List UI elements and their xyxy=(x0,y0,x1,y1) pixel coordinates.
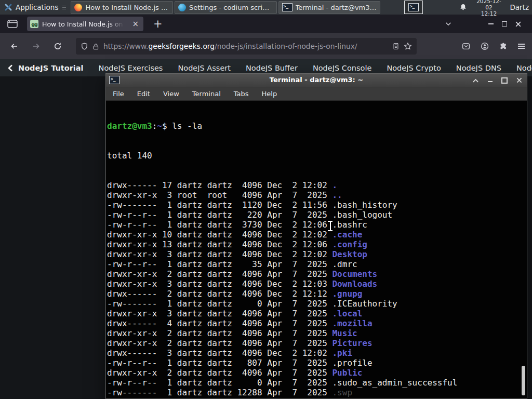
hamburger-menu-icon[interactable] xyxy=(518,44,525,49)
terminal-shade-button[interactable] xyxy=(472,77,479,84)
url-text[interactable]: https://www.geeksforgeeks.org/node-js/in… xyxy=(103,42,388,50)
terminal-output-line: drwx------ 17 dartz dartz 4096 Dec 2 12:… xyxy=(107,180,457,190)
site-nav-link[interactable]: NodeJS Assert xyxy=(178,64,231,72)
typed-command: ls -la xyxy=(172,121,202,131)
window-minimize-button[interactable] xyxy=(484,18,498,30)
directory-name: Pictures xyxy=(332,338,372,348)
directory-name: Downloads xyxy=(332,279,377,289)
window-maximize-button[interactable] xyxy=(498,18,511,30)
url-bar[interactable]: https://www.geeksforgeeks.org/node-js/in… xyxy=(76,38,417,55)
terminal-menu-view[interactable]: View xyxy=(163,90,179,98)
url-path: /node-js/installation-of-node-js-on-linu… xyxy=(215,42,357,50)
terminal-total-line: total 140 xyxy=(107,151,457,161)
account-icon[interactable] xyxy=(481,42,489,50)
back-button[interactable] xyxy=(6,38,22,54)
terminal-menu-edit[interactable]: Edit xyxy=(137,90,150,98)
site-nav-link[interactable]: NodeJS Tutorial xyxy=(18,64,84,72)
terminal-title-bar[interactable]: >_ Terminal - dartz@vm3: ~ xyxy=(106,74,527,87)
terminal-output-line: -rw------- 1 dartz dartz 0 Apr 7 2025 .I… xyxy=(107,299,457,309)
forward-arrow-icon xyxy=(32,42,41,50)
terminal-output-line: -rw-r--r-- 1 dartz dartz 0 Apr 7 2025 .s… xyxy=(107,378,457,388)
terminal-maximize-button[interactable] xyxy=(501,77,508,84)
directory-name: .gnupg xyxy=(332,289,362,299)
extensions-puzzle-icon[interactable] xyxy=(499,42,508,50)
terminal-menu-bar: FileEditViewTerminalTabsHelp xyxy=(106,87,527,101)
directory-name: . xyxy=(332,180,337,190)
firefox-view-icon xyxy=(7,19,18,29)
panel-handle xyxy=(62,6,66,9)
taskbar: Applications How to Install Node.js o...… xyxy=(0,0,532,15)
file-name: .sudo_as_admin_successful xyxy=(332,378,457,388)
site-nav-link[interactable]: Node xyxy=(516,64,532,72)
directory-name: .cache xyxy=(332,230,362,240)
terminal-menu-tabs[interactable]: Tabs xyxy=(234,90,249,98)
applications-menu-button[interactable]: Applications xyxy=(0,0,69,15)
maximize-icon xyxy=(502,21,507,26)
site-nav-link[interactable]: NodeJS DNS xyxy=(456,64,501,72)
site-nav-link[interactable]: NodeJS Exercises xyxy=(99,64,163,72)
terminal-output-line: -rw------- 1 dartz dartz 12288 Apr 7 202… xyxy=(107,388,457,397)
terminal-output-line: drwxr-xr-x 2 dartz dartz 4096 Apr 7 2025… xyxy=(107,328,457,338)
terminal-close-button[interactable] xyxy=(515,77,523,84)
directory-name: .mozilla xyxy=(332,318,372,328)
applications-label: Applications xyxy=(16,3,58,11)
terminal-scrollbar-thumb[interactable] xyxy=(522,366,525,395)
user-menu[interactable]: Dartz xyxy=(510,3,529,11)
bookmark-star-icon[interactable] xyxy=(404,42,412,50)
clock[interactable]: 2025-12-02 12:12 xyxy=(474,0,504,17)
tray-terminal-icon[interactable]: >_ xyxy=(404,1,423,14)
site-nav-link[interactable]: NodeJS Buffer xyxy=(246,64,298,72)
pocket-icon[interactable] xyxy=(462,42,470,50)
forward-button[interactable] xyxy=(28,38,44,54)
taskbar-window-codium[interactable]: Settings - codium script... xyxy=(175,1,277,14)
terminal-content[interactable]: dartz@vm3:~$ls -la total 140 drwx------ … xyxy=(106,101,527,398)
file-name: .bashrc xyxy=(332,220,367,230)
notification-bell-button[interactable] xyxy=(459,3,467,11)
browser-tab-active[interactable]: gg How to Install Node.js on × xyxy=(27,17,143,31)
url-prefix: https://www. xyxy=(103,42,148,50)
tab-close-icon[interactable]: × xyxy=(130,20,140,29)
new-tab-button[interactable]: + xyxy=(151,19,165,29)
nav-scroll-left-button[interactable] xyxy=(7,64,14,72)
site-nav-link[interactable]: NodeJS Crypto xyxy=(387,64,441,72)
clock-time: 12:12 xyxy=(474,10,504,17)
terminal-menu-file[interactable]: File xyxy=(113,90,124,98)
firefox-view-button[interactable] xyxy=(7,19,18,29)
directory-name: Templates xyxy=(332,397,377,398)
reload-button[interactable] xyxy=(50,38,65,54)
file-name: .bash_history xyxy=(332,200,397,210)
terminal-output-line: drwx------ 2 dartz dartz 4096 Dec 2 12:1… xyxy=(107,289,457,299)
chevron-left-icon xyxy=(7,64,14,72)
reader-mode-icon[interactable] xyxy=(392,42,400,50)
terminal-menu-terminal[interactable]: Terminal xyxy=(192,90,221,98)
taskbar-window-title: Settings - codium script... xyxy=(189,4,273,11)
file-name: .dmrc xyxy=(332,259,357,269)
terminal-output-line: -rw-r--r-- 1 dartz dartz 3730 Dec 2 12:0… xyxy=(107,220,457,230)
directory-name: .config xyxy=(332,240,367,249)
clock-date: 2025-12-02 xyxy=(474,0,504,10)
browser-toolbar: https://www.geeksforgeeks.org/node-js/in… xyxy=(0,33,532,59)
taskbar-window-title: How to Install Node.js o... xyxy=(85,4,169,11)
window-close-button[interactable] xyxy=(511,18,525,30)
maximize-icon xyxy=(501,77,508,84)
text-cursor-ibeam xyxy=(327,221,333,231)
file-name: .profile xyxy=(332,358,372,368)
firefox-icon xyxy=(74,4,82,11)
file-name: .bash_logout xyxy=(332,210,392,220)
taskbar-window-terminal[interactable]: >_ Terminal - dartz@vm3: ~ xyxy=(278,1,381,14)
terminal-minimize-button[interactable] xyxy=(486,77,494,84)
terminal-output-line: drwxr-xr-x 3 dartz dartz 4096 Dec 2 12:0… xyxy=(107,279,457,289)
padlock-icon[interactable] xyxy=(92,43,99,50)
distro-logo-icon xyxy=(4,3,12,11)
back-arrow-icon xyxy=(10,42,19,50)
terminal-menu-help[interactable]: Help xyxy=(262,90,277,98)
directory-name: Music xyxy=(332,328,357,338)
taskbar-window-title: Terminal - dartz@vm3: ~ xyxy=(296,4,377,11)
minimize-icon xyxy=(488,23,494,24)
site-nav-link[interactable]: NodeJS Console xyxy=(313,64,372,72)
taskbar-window-firefox[interactable]: How to Install Node.js o... xyxy=(71,1,173,14)
terminal-output-line: drwxr-xr-x 13 dartz dartz 4096 Dec 2 12:… xyxy=(107,240,457,249)
tracking-shield-icon[interactable] xyxy=(81,42,88,50)
list-all-tabs-button[interactable] xyxy=(445,20,452,28)
bell-icon xyxy=(459,3,467,11)
